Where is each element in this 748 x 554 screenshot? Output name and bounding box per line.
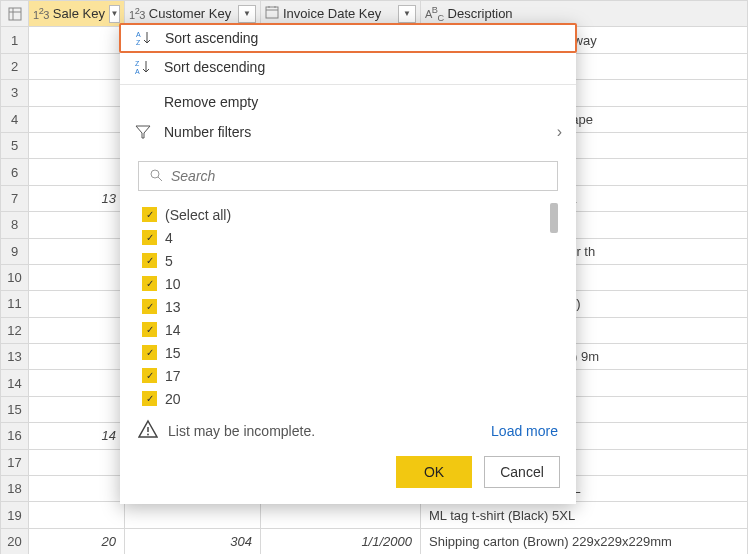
cell-sale-key[interactable] bbox=[29, 27, 125, 53]
cell-customer-key[interactable]: 304 bbox=[125, 528, 261, 554]
row-number[interactable]: 11 bbox=[1, 291, 29, 317]
svg-point-14 bbox=[151, 170, 159, 178]
menu-label: Remove empty bbox=[164, 94, 258, 110]
filter-dropdown-button[interactable]: ▼ bbox=[398, 5, 416, 23]
cell-sale-key[interactable] bbox=[29, 502, 125, 528]
remove-empty[interactable]: Remove empty bbox=[120, 87, 576, 117]
cell-sale-key[interactable] bbox=[29, 53, 125, 79]
checkbox-icon[interactable]: ✓ bbox=[142, 253, 157, 268]
cell-invoice-date[interactable] bbox=[261, 502, 421, 528]
column-label: Description bbox=[448, 6, 513, 21]
cell-sale-key[interactable] bbox=[29, 317, 125, 343]
number-filters[interactable]: Number filters › bbox=[120, 117, 576, 147]
row-number[interactable]: 15 bbox=[1, 396, 29, 422]
checkbox-icon[interactable]: ✓ bbox=[142, 276, 157, 291]
filter-dropdown-button[interactable]: ▼ bbox=[238, 5, 256, 23]
row-number[interactable]: 18 bbox=[1, 476, 29, 502]
cell-sale-key[interactable] bbox=[29, 132, 125, 158]
row-number[interactable]: 3 bbox=[1, 80, 29, 106]
load-more-link[interactable]: Load more bbox=[491, 423, 558, 439]
row-number[interactable]: 7 bbox=[1, 185, 29, 211]
cancel-button[interactable]: Cancel bbox=[484, 456, 560, 488]
row-number[interactable]: 4 bbox=[1, 106, 29, 132]
ok-button[interactable]: OK bbox=[396, 456, 472, 488]
search-input[interactable] bbox=[171, 168, 547, 184]
sort-desc-icon: ZA bbox=[134, 59, 152, 75]
row-number[interactable]: 9 bbox=[1, 238, 29, 264]
filter-value-row[interactable]: ✓(Select all) bbox=[138, 203, 558, 226]
row-number[interactable]: 19 bbox=[1, 502, 29, 528]
filter-value-row[interactable]: ✓20 bbox=[138, 387, 558, 409]
filter-value-label: 13 bbox=[165, 299, 181, 315]
cell-sale-key[interactable]: 14 bbox=[29, 423, 125, 449]
cell-sale-key[interactable] bbox=[29, 159, 125, 185]
row-number[interactable]: 1 bbox=[1, 27, 29, 53]
chevron-right-icon: › bbox=[557, 123, 562, 141]
svg-text:A: A bbox=[136, 31, 141, 38]
row-number[interactable]: 13 bbox=[1, 344, 29, 370]
cell-sale-key[interactable] bbox=[29, 238, 125, 264]
checkbox-icon[interactable]: ✓ bbox=[142, 368, 157, 383]
checkbox-icon[interactable]: ✓ bbox=[142, 391, 157, 406]
filter-value-row[interactable]: ✓4 bbox=[138, 226, 558, 249]
cell-sale-key[interactable] bbox=[29, 396, 125, 422]
cell-sale-key[interactable] bbox=[29, 106, 125, 132]
filter-search-box[interactable] bbox=[138, 161, 558, 191]
filter-value-label: 17 bbox=[165, 368, 181, 384]
filter-value-label: (Select all) bbox=[165, 207, 231, 223]
cell-description[interactable]: ML tag t-shirt (Black) 5XL bbox=[421, 502, 748, 528]
filter-value-row[interactable]: ✓13 bbox=[138, 295, 558, 318]
checkbox-icon[interactable]: ✓ bbox=[142, 207, 157, 222]
cell-description[interactable]: Shipping carton (Brown) 229x229x229mm bbox=[421, 528, 748, 554]
number-type-icon: 123 bbox=[129, 6, 145, 21]
svg-text:Z: Z bbox=[136, 39, 141, 46]
menu-separator bbox=[120, 84, 576, 85]
row-number[interactable]: 10 bbox=[1, 264, 29, 290]
checkbox-icon[interactable]: ✓ bbox=[142, 230, 157, 245]
row-number[interactable]: 14 bbox=[1, 370, 29, 396]
cell-invoice-date[interactable]: 1/1/2000 bbox=[261, 528, 421, 554]
table-corner[interactable] bbox=[1, 1, 29, 27]
cell-customer-key[interactable] bbox=[125, 502, 261, 528]
cell-sale-key[interactable] bbox=[29, 476, 125, 502]
menu-label: Number filters bbox=[164, 124, 251, 140]
svg-line-15 bbox=[158, 177, 162, 181]
column-header-sale-key[interactable]: 123 Sale Key ▼ bbox=[29, 1, 125, 27]
filter-value-label: 15 bbox=[165, 345, 181, 361]
cell-sale-key[interactable] bbox=[29, 370, 125, 396]
row-number[interactable]: 17 bbox=[1, 449, 29, 475]
filter-dropdown-button[interactable]: ▼ bbox=[109, 5, 120, 23]
cell-sale-key[interactable]: 20 bbox=[29, 528, 125, 554]
row-number[interactable]: 20 bbox=[1, 528, 29, 554]
checkbox-icon[interactable]: ✓ bbox=[142, 322, 157, 337]
table-row[interactable]: 19ML tag t-shirt (Black) 5XL bbox=[1, 502, 748, 528]
warning-icon bbox=[138, 419, 158, 442]
filter-value-row[interactable]: ✓14 bbox=[138, 318, 558, 341]
filter-values-list[interactable]: ✓(Select all)✓4✓5✓10✓13✓14✓15✓17✓20 bbox=[138, 199, 558, 409]
cell-sale-key[interactable]: 13 bbox=[29, 185, 125, 211]
row-number[interactable]: 5 bbox=[1, 132, 29, 158]
cell-sale-key[interactable] bbox=[29, 344, 125, 370]
search-icon bbox=[149, 168, 163, 185]
row-number[interactable]: 6 bbox=[1, 159, 29, 185]
checkbox-icon[interactable]: ✓ bbox=[142, 299, 157, 314]
filter-value-row[interactable]: ✓15 bbox=[138, 341, 558, 364]
cell-sale-key[interactable] bbox=[29, 264, 125, 290]
row-number[interactable]: 8 bbox=[1, 212, 29, 238]
table-row[interactable]: 20203041/1/2000Shipping carton (Brown) 2… bbox=[1, 528, 748, 554]
row-number[interactable]: 12 bbox=[1, 317, 29, 343]
sort-descending[interactable]: ZA Sort descending bbox=[120, 52, 576, 82]
svg-point-18 bbox=[147, 434, 149, 436]
row-number[interactable]: 2 bbox=[1, 53, 29, 79]
filter-value-row[interactable]: ✓10 bbox=[138, 272, 558, 295]
filter-value-row[interactable]: ✓17 bbox=[138, 364, 558, 387]
cell-sale-key[interactable] bbox=[29, 80, 125, 106]
filter-value-row[interactable]: ✓5 bbox=[138, 249, 558, 272]
cell-sale-key[interactable] bbox=[29, 212, 125, 238]
sort-ascending[interactable]: AZ Sort ascending bbox=[119, 23, 577, 53]
checkbox-icon[interactable]: ✓ bbox=[142, 345, 157, 360]
cell-sale-key[interactable] bbox=[29, 291, 125, 317]
menu-label: Sort descending bbox=[164, 59, 265, 75]
cell-sale-key[interactable] bbox=[29, 449, 125, 475]
row-number[interactable]: 16 bbox=[1, 423, 29, 449]
